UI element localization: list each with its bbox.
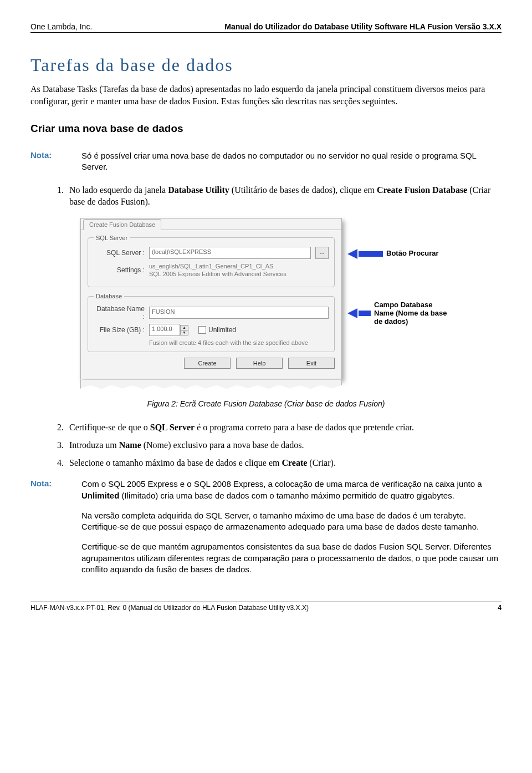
file-size-input[interactable]: 1,000.0	[149, 324, 180, 336]
footer-page-number: 4	[498, 604, 502, 612]
arrow-icon	[347, 249, 357, 259]
header-company: One Lambda, Inc.	[30, 22, 92, 31]
file-size-spinner[interactable]: 1,000.0 ▲ ▼	[149, 324, 188, 336]
create-fusion-database-dialog: Create Fusion Database SQL Server SQL Se…	[80, 218, 342, 380]
arrow-icon	[347, 308, 357, 318]
unlimited-checkbox[interactable]	[198, 326, 206, 334]
sql-server-fieldset: SQL Server SQL Server : (local)\SQLEXPRE…	[88, 235, 335, 288]
callout-browse: Botão Procurar	[347, 249, 439, 259]
settings-value: us_english/SQL_Latin1_General_CP1_CI_AS …	[149, 262, 329, 278]
note-label: Nota:	[30, 479, 55, 584]
dialog-tab[interactable]: Create Fusion Database	[83, 219, 161, 230]
database-legend: Database	[94, 293, 124, 299]
spin-down-icon[interactable]: ▼	[181, 330, 188, 335]
database-name-input[interactable]: FUSION	[149, 307, 329, 319]
unlimited-label: Unlimited	[208, 326, 236, 334]
figure-2: Create Fusion Database SQL Server SQL Se…	[80, 218, 452, 390]
note-body: Só é possível criar uma nova base de dad…	[81, 150, 502, 173]
sql-server-input[interactable]: (local)\SQLEXPRESS	[149, 247, 311, 259]
note-body: Com o SQL 2005 Express e o SQL 2008 Expr…	[81, 479, 502, 584]
step-1: No lado esquerdo da janela Database Util…	[66, 184, 502, 208]
step-4: Selecione o tamanho máximo da base de da…	[66, 457, 502, 469]
page-footer: HLAF-MAN-v3.x.x-PT-01, Rev. 0 (Manual do…	[30, 602, 502, 612]
create-button[interactable]: Create	[184, 358, 231, 369]
section-heading: Criar uma nova base de dados	[30, 123, 502, 135]
page-title: Tarefas da base de dados	[30, 55, 502, 75]
footer-left: HLAF-MAN-v3.x.x-PT-01, Rev. 0 (Manual do…	[30, 604, 309, 612]
step-3: Introduza um Name (Nome) exclusivo para …	[66, 439, 502, 451]
file-size-label: File Size (GB) :	[94, 326, 145, 334]
browse-button[interactable]: ...	[315, 247, 329, 259]
spin-up-icon[interactable]: ▲	[181, 326, 188, 330]
callout-dbname-text: Campo Database Name (Nome da base de dad…	[374, 301, 452, 326]
help-button[interactable]: Help	[236, 358, 283, 369]
file-size-note: Fusion will create 4 files each with the…	[149, 339, 329, 346]
callout-browse-text: Botão Procurar	[386, 250, 439, 258]
intro-paragraph: As Database Tasks (Tarefas da base de da…	[30, 83, 502, 107]
callout-dbname: Campo Database Name (Nome da base de dad…	[347, 301, 452, 326]
note-label: Nota:	[30, 150, 55, 173]
figure-caption: Figura 2: Ecrã Create Fusion Database (C…	[30, 399, 502, 408]
torn-edge	[80, 379, 342, 389]
step-2: Certifique-se de que o SQL Server é o pr…	[66, 421, 502, 434]
page-header: One Lambda, Inc. Manual do Utilizador do…	[30, 22, 502, 33]
sql-server-label: SQL Server :	[94, 249, 145, 257]
settings-label: Settings :	[94, 266, 145, 274]
header-title: Manual do Utilizador do Database Utility…	[224, 22, 502, 31]
note-block-2: Nota: Com o SQL 2005 Express e o SQL 200…	[30, 479, 502, 584]
database-fieldset: Database Database Name : FUSION File Siz…	[88, 293, 335, 352]
note-block-1: Nota: Só é possível criar uma nova base …	[30, 150, 502, 173]
database-name-label: Database Name :	[94, 305, 145, 321]
sql-server-legend: SQL Server	[94, 235, 130, 241]
exit-button[interactable]: Exit	[288, 358, 335, 369]
